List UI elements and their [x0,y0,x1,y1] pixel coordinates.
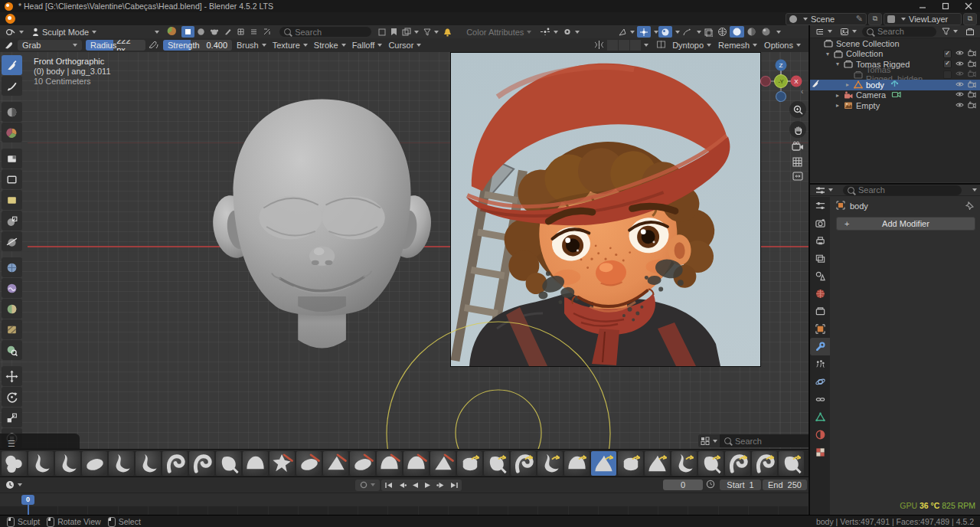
workspace-tab[interactable] [141,12,155,25]
sculpt-menu-dropdown[interactable]: Options [764,41,801,50]
tool-button[interactable] [2,257,22,277]
outliner-row[interactable]: Scene Collection ✓ [810,38,980,49]
menu-item[interactable] [47,12,61,25]
workspace-tab[interactable] [113,12,127,25]
tool-menu-dropdown[interactable]: Brush [237,41,266,50]
tool-button[interactable] [2,278,22,298]
new-viewlayer-button[interactable]: ⧉ [963,13,977,25]
outliner-row[interactable]: Tomas Rigged_hidden ✓ [810,70,980,80]
navigation-gizmo[interactable]: Z X -Y [756,57,805,106]
hide-eye-icon[interactable] [956,49,964,58]
breadcrumb-object-name[interactable]: body [850,201,868,211]
outliner-search[interactable]: Search [862,27,936,37]
checkbox-icon[interactable] [376,26,388,38]
tool-button[interactable] [2,123,22,142]
shading-rendered-icon[interactable] [759,26,773,38]
brush-thumbnail[interactable] [537,451,563,476]
workspace-tab[interactable] [127,12,141,25]
brush-selector-dropdown[interactable]: Grab [18,40,82,51]
brush-thumbnail[interactable] [270,451,295,476]
tool-menu-dropdown[interactable]: Stroke [314,41,346,50]
workspace-tab[interactable] [237,12,251,25]
bookmark-icon[interactable] [388,26,400,38]
brush-thumbnail[interactable] [564,451,590,476]
workspace-tab[interactable] [182,12,196,25]
timeline-menu-item[interactable] [57,479,69,492]
pan-hand-button[interactable] [789,121,806,138]
add-modifier-button[interactable]: + Add Modifier [836,217,975,231]
brush-thumbnail[interactable] [136,451,161,476]
render-pass-icon[interactable] [701,26,715,38]
notification-bell-icon[interactable] [441,26,454,38]
axis-toggle[interactable] [619,40,629,51]
viewport-3d[interactable]: Front Orthographic (0) body | ang_3.011 … [0,52,808,476]
brush-thumbnail[interactable] [645,451,670,476]
play-reverse-button[interactable] [412,482,419,489]
outliner-filter-funnel[interactable] [939,26,960,38]
properties-options-chevron[interactable] [972,188,977,191]
brush-thumbnail[interactable] [591,451,616,476]
filter-icon[interactable] [421,26,441,38]
properties-tab[interactable] [810,285,830,303]
tool-button[interactable] [2,387,22,407]
sphere-toggle-icon[interactable] [194,26,207,38]
hide-eye-icon[interactable] [956,70,964,79]
radius-slider[interactable]: Radius 222 px [86,40,145,51]
tool-button[interactable] [2,190,22,210]
toggle-view-button[interactable] [792,172,803,182]
tool-menu-dropdown[interactable]: Texture [273,41,308,50]
tool-button[interactable] [2,231,22,251]
axis-toggle[interactable] [607,40,618,51]
disable-render-icon[interactable] [968,49,976,58]
tool-button[interactable] [2,169,22,189]
stack-toggle-icon[interactable] [247,26,260,38]
properties-tab[interactable] [810,250,830,267]
properties-editor-type[interactable] [813,185,835,196]
brush-thumbnail[interactable] [216,451,241,476]
visibility-checkbox[interactable]: ✓ [943,50,952,58]
axis-toggle[interactable] [630,40,641,51]
properties-tab[interactable] [810,408,830,426]
workspace-tab[interactable] [224,12,237,25]
scene-selector[interactable]: Scene ✎ [786,13,867,25]
tool-button[interactable] [2,102,22,122]
brush-thumbnail[interactable] [296,451,322,476]
preview-range-clock-icon[interactable] [706,480,715,490]
hide-eye-icon[interactable] [956,60,964,69]
show-gizmo-dropdown[interactable] [616,26,637,38]
auto-keying-button[interactable] [355,480,380,491]
workspace-tab[interactable] [251,12,265,25]
shelf-search-input[interactable]: Search [720,434,808,447]
brush-thumbnail[interactable] [323,451,348,476]
axis-toggle-icon[interactable] [260,26,273,38]
shading-material-icon[interactable] [744,26,759,38]
tool-button[interactable] [2,319,22,339]
shelf-menu-icon[interactable]: ☰ [3,439,20,449]
workspace-tab[interactable] [265,12,279,25]
brush-thumbnail[interactable] [752,451,777,476]
brush-thumbnail[interactable] [28,451,54,476]
hide-eye-icon[interactable] [956,90,964,100]
copy-stack-icon[interactable] [400,26,421,38]
properties-tab[interactable] [810,267,830,285]
xray-toggle[interactable] [680,26,694,38]
timeline-ruler[interactable]: 0 [0,493,808,507]
editor-type-button[interactable] [3,26,26,38]
prev-keyframe-button[interactable] [398,482,407,489]
strength-slider[interactable]: Strength 0.400 [163,40,232,51]
properties-tab[interactable] [810,320,830,338]
workspace-tab[interactable] [155,12,168,25]
disable-render-icon[interactable] [968,60,976,69]
grid-toggle-icon[interactable] [234,26,247,38]
properties-tab[interactable] [810,197,830,214]
new-collection-button[interactable] [963,26,977,38]
sculpt-menu-dropdown[interactable]: Remesh [718,41,757,50]
timeline-menu-item[interactable] [43,479,55,492]
viewlayer-selector[interactable]: ViewLayer [884,13,962,25]
disable-render-icon[interactable] [968,80,976,90]
timeline-menu-item[interactable] [29,479,41,492]
brush-thumbnail[interactable] [511,451,536,476]
hide-eye-icon[interactable] [956,101,964,110]
brush-thumbnail[interactable] [618,451,643,476]
disable-render-icon[interactable] [968,70,976,79]
